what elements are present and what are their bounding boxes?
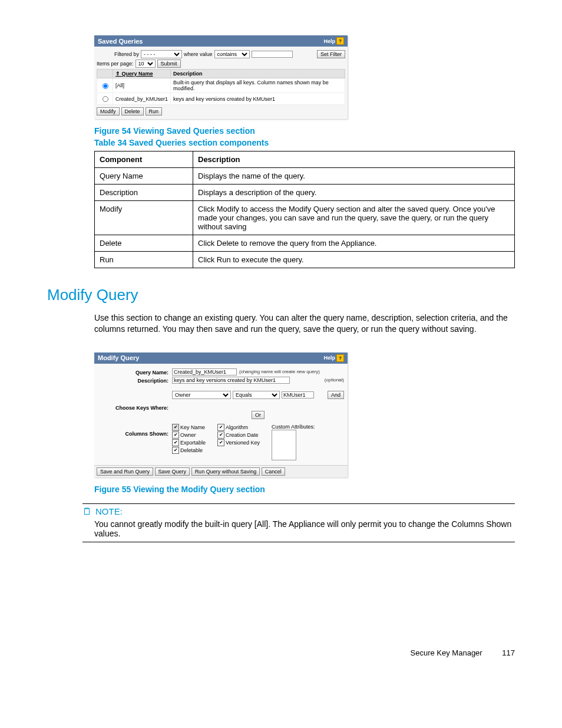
- page-number: 117: [502, 648, 515, 657]
- save-and-run-button[interactable]: Save and Run Query: [97, 467, 153, 476]
- criteria-value-input[interactable]: [282, 391, 314, 398]
- and-button[interactable]: And: [328, 391, 344, 399]
- filter-value-input[interactable]: [252, 51, 293, 58]
- page-footer: Secure Key Manager 117: [47, 648, 515, 657]
- filter-field-select[interactable]: - - - -: [141, 50, 182, 58]
- query-name-input[interactable]: [172, 368, 237, 375]
- col-checkbox[interactable]: ✔Exportable: [172, 439, 206, 446]
- note-block: 🗒 NOTE: You cannot greatly modify the bu…: [82, 503, 515, 542]
- filtered-by-label: Filtered by: [114, 51, 139, 57]
- table-row[interactable]: [All] Built-in query that displays all k…: [97, 78, 345, 93]
- submit-button[interactable]: Submit: [157, 60, 181, 68]
- col-checkbox[interactable]: ✔Owner: [172, 431, 206, 439]
- col-checkbox[interactable]: ✔Creation Date: [217, 431, 260, 439]
- description-hint: (optional): [325, 377, 344, 383]
- modify-button[interactable]: Modify: [97, 107, 120, 116]
- row-radio[interactable]: [103, 83, 108, 89]
- custom-attributes-label: Custom Attributes:: [272, 424, 315, 430]
- help-link[interactable]: Help ?: [323, 354, 344, 362]
- items-per-page-label: Items per page:: [97, 61, 134, 67]
- help-link[interactable]: Help ?: [323, 37, 344, 45]
- items-per-page-select[interactable]: 10: [135, 60, 156, 68]
- help-icon: ?: [336, 354, 344, 362]
- description-input[interactable]: [172, 377, 290, 384]
- col-checkbox[interactable]: ✔Algorithm: [217, 424, 260, 431]
- col-checkbox[interactable]: ✔Key Name: [172, 424, 206, 431]
- col-checkbox[interactable]: ✔Versioned Key: [217, 439, 260, 446]
- panel-header: Modify Query Help ?: [94, 353, 348, 364]
- filter-op-select[interactable]: contains: [214, 50, 250, 58]
- figure-caption: Figure 54 Viewing Saved Queries section: [94, 126, 515, 136]
- note-icon: 🗒: [82, 506, 92, 517]
- query-name-label: Query Name:: [98, 368, 172, 375]
- panel-title: Modify Query: [98, 354, 139, 361]
- or-button[interactable]: Or: [252, 411, 265, 419]
- help-icon: ?: [336, 37, 344, 45]
- panel-title: Saved Queries: [98, 38, 143, 45]
- section-title: Modify Query: [47, 286, 515, 304]
- note-body: You cannot greatly modify the built-in q…: [94, 519, 515, 538]
- cancel-button[interactable]: Cancel: [262, 467, 285, 476]
- figure-caption: Figure 55 Viewing the Modify Query secti…: [94, 485, 515, 494]
- col-description: Description: [171, 70, 345, 78]
- components-table: Component Description Query NameDisplays…: [94, 151, 515, 268]
- th-description: Description: [193, 151, 515, 168]
- saved-queries-panel: Saved Queries Help ? Filtered by - - - -…: [94, 35, 348, 119]
- note-title: NOTE:: [95, 506, 123, 516]
- table-row[interactable]: Created_by_KMUser1 keys and key versions…: [97, 93, 345, 105]
- section-body: Use this section to change an existing q…: [94, 312, 515, 335]
- criteria-field-select[interactable]: Owner: [172, 391, 231, 399]
- col-checkbox[interactable]: ✔Deletable: [172, 447, 206, 454]
- columns-shown-label: Columns Shown:: [98, 424, 172, 437]
- delete-button[interactable]: Delete: [121, 107, 144, 116]
- modify-query-panel: Modify Query Help ? Query Name: (changin…: [94, 353, 348, 477]
- col-query-name: ⇑ Query Name: [113, 70, 171, 78]
- product-name: Secure Key Manager: [411, 648, 482, 657]
- table-caption: Table 34 Saved Queries section component…: [94, 138, 515, 147]
- query-name-hint: (changing name will create new query): [239, 369, 320, 374]
- set-filter-button[interactable]: Set Filter: [317, 50, 345, 58]
- where-value-label: where value: [184, 51, 213, 57]
- row-radio[interactable]: [103, 96, 108, 102]
- save-query-button[interactable]: Save Query: [155, 467, 190, 476]
- custom-attributes-box[interactable]: [272, 430, 296, 460]
- run-without-saving-button[interactable]: Run Query without Saving: [191, 467, 260, 476]
- th-component: Component: [95, 151, 193, 168]
- description-label: Description:: [98, 377, 172, 384]
- criteria-op-select[interactable]: Equals: [233, 391, 280, 399]
- run-button[interactable]: Run: [146, 107, 163, 116]
- panel-header: Saved Queries Help ?: [94, 35, 348, 47]
- choose-keys-label: Choose Keys Where:: [98, 399, 172, 411]
- saved-queries-table: ⇑ Query Name Description [All] Built-in …: [97, 69, 345, 105]
